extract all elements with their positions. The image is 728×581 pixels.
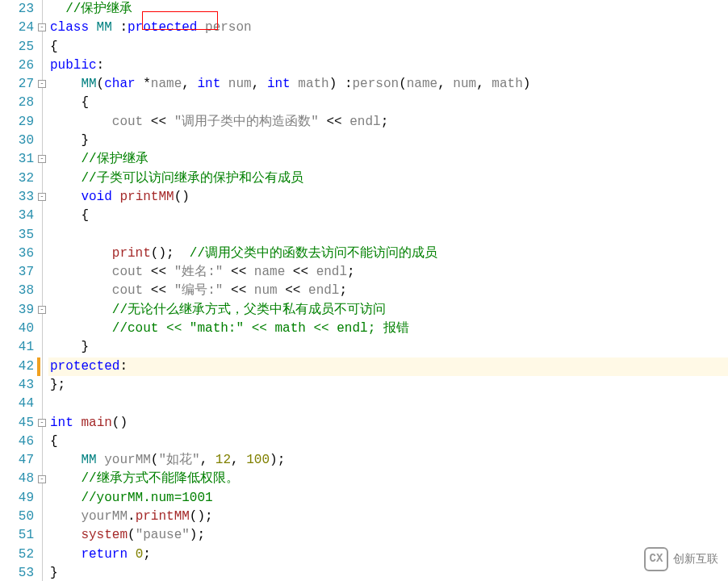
- token: :: [97, 58, 105, 73]
- fold-toggle-icon[interactable]: -: [38, 23, 46, 31]
- fold-toggle-icon[interactable]: -: [38, 193, 46, 201]
- token: ;: [347, 265, 355, 279]
- line-number: 41: [0, 338, 34, 357]
- code-line[interactable]: [50, 226, 728, 245]
- token: //保护继承: [65, 2, 132, 16]
- token: <<: [143, 115, 174, 129]
- token: cout: [112, 283, 143, 298]
- token: yourMM: [81, 509, 128, 524]
- fold-toggle-icon[interactable]: -: [38, 419, 46, 427]
- code-line[interactable]: print(); //调用父类中的函数去访问不能访问的成员: [50, 245, 728, 263]
- token: num: [254, 283, 278, 298]
- code-line[interactable]: yourMM.printMM();: [50, 508, 728, 526]
- token: math: [492, 77, 522, 91]
- token: cout: [112, 265, 143, 279]
- code-line[interactable]: {: [50, 38, 728, 56]
- code-line[interactable]: {: [50, 207, 728, 225]
- code-line[interactable]: system("pause");: [50, 526, 728, 545]
- token: [50, 321, 112, 336]
- token: //调用父类中的函数去访问不能访问的成员: [190, 246, 437, 261]
- code-line[interactable]: MM yourMM("如花", 12, 100);: [50, 451, 728, 470]
- line-number: 52: [0, 545, 34, 564]
- token: //子类可以访问继承的保护和公有成员: [81, 171, 303, 186]
- code-line[interactable]: int main(): [50, 414, 728, 433]
- token: ();: [151, 246, 190, 261]
- code-line[interactable]: //yourMM.num=1001: [50, 489, 728, 508]
- fold-toggle-icon[interactable]: -: [38, 475, 46, 483]
- token: ;: [143, 547, 151, 562]
- token: (: [151, 453, 159, 467]
- token: :: [112, 20, 128, 35]
- line-number: 28: [0, 94, 34, 112]
- watermark-text: 创新互联: [673, 550, 718, 568]
- token: [50, 471, 81, 486]
- code-line[interactable]: cout << "编号:" << num << endl;: [50, 282, 728, 300]
- token: <<: [143, 283, 174, 298]
- token: endl: [308, 283, 339, 298]
- token: (: [97, 77, 105, 91]
- token: cout: [112, 115, 143, 129]
- token: {: [50, 208, 89, 223]
- code-line[interactable]: {: [50, 433, 728, 451]
- code-line[interactable]: //cout << "math:" << math << endl; 报错: [50, 320, 728, 338]
- code-line[interactable]: };: [50, 376, 728, 395]
- token: int: [267, 77, 291, 91]
- token: ();: [190, 509, 213, 524]
- token: [50, 491, 81, 505]
- code-line[interactable]: {: [50, 94, 728, 112]
- token: [97, 453, 105, 467]
- token: "pause": [136, 528, 190, 542]
- line-number: 53: [0, 564, 34, 581]
- code-area[interactable]: //保护继承class MM :protected person{public:…: [48, 0, 728, 581]
- line-number: 24: [0, 19, 34, 37]
- fold-toggle-icon[interactable]: -: [38, 155, 46, 163]
- token: {: [50, 40, 58, 54]
- code-editor: 2324252627282930313233343536373839404142…: [0, 0, 728, 581]
- code-line[interactable]: }: [50, 338, 728, 357]
- token: [50, 547, 81, 562]
- token: [50, 528, 81, 542]
- token: //保护继承: [81, 152, 148, 166]
- code-line[interactable]: MM(char *name, int num, int math) :perso…: [50, 75, 728, 94]
- code-line[interactable]: //继承方式不能降低权限。: [50, 470, 728, 488]
- token: name: [151, 77, 182, 91]
- token: }: [50, 566, 58, 580]
- fold-toggle-icon[interactable]: -: [38, 80, 46, 88]
- token: system: [81, 528, 128, 542]
- token: ;: [339, 283, 347, 298]
- token: (): [174, 190, 190, 204]
- code-line[interactable]: cout << "姓名:" << name << endl;: [50, 263, 728, 282]
- token: //无论什么继承方式，父类中私有成员不可访问: [112, 303, 386, 317]
- token: [50, 115, 112, 129]
- code-line[interactable]: protected:: [50, 357, 728, 376]
- line-number: 27: [0, 75, 34, 94]
- line-number-gutter: 2324252627282930313233343536373839404142…: [0, 0, 37, 581]
- token: void: [81, 190, 111, 204]
- token: class: [50, 20, 97, 35]
- code-line[interactable]: }: [50, 132, 728, 150]
- code-line[interactable]: //子类可以访问继承的保护和公有成员: [50, 169, 728, 188]
- code-line[interactable]: return 0;: [50, 545, 728, 564]
- token: int: [197, 77, 220, 91]
- code-line[interactable]: }: [50, 564, 728, 581]
- token: [128, 547, 136, 562]
- token: );: [270, 453, 285, 467]
- token: (: [399, 77, 407, 91]
- token: MM: [81, 453, 96, 467]
- token: char: [104, 77, 135, 91]
- token: <<: [278, 283, 308, 298]
- code-line[interactable]: public:: [50, 56, 728, 75]
- code-line[interactable]: //保护继承: [50, 150, 728, 169]
- code-line[interactable]: [50, 395, 728, 413]
- token: "编号:": [174, 283, 224, 298]
- line-number: 39: [0, 301, 34, 320]
- code-line[interactable]: cout << "调用子类中的构造函数" << endl;: [50, 113, 728, 132]
- code-line[interactable]: void printMM(): [50, 188, 728, 207]
- line-number: 36: [0, 245, 34, 263]
- token: [50, 265, 112, 279]
- token: 100: [246, 453, 270, 467]
- code-line[interactable]: //无论什么继承方式，父类中私有成员不可访问: [50, 301, 728, 320]
- fold-toggle-icon[interactable]: -: [38, 306, 46, 314]
- line-number: 32: [0, 169, 34, 188]
- line-number: 49: [0, 489, 34, 508]
